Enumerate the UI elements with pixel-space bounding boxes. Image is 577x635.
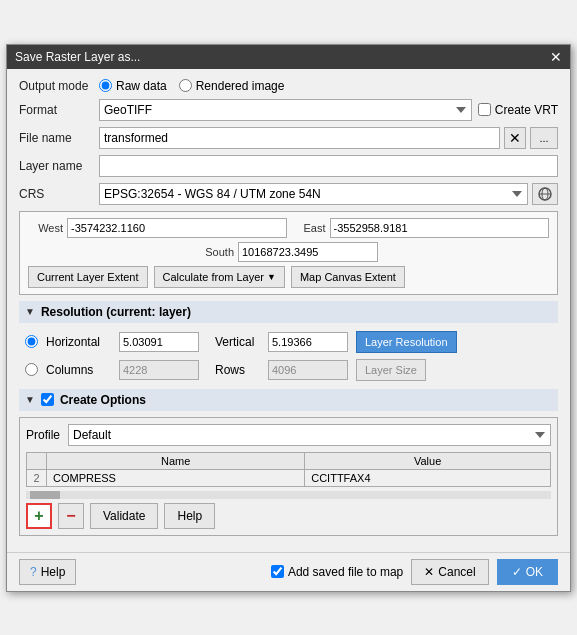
dialog-footer: ? Help Add saved file to map ✕ Cancel ✓ … bbox=[7, 552, 570, 591]
resolution-collapse-arrow: ▼ bbox=[25, 306, 35, 317]
raw-data-label: Raw data bbox=[116, 79, 167, 93]
file-name-label: File name bbox=[19, 131, 99, 145]
format-select[interactable]: GeoTIFF bbox=[99, 99, 472, 121]
horizontal-scrollbar[interactable] bbox=[26, 491, 551, 499]
rendered-radio[interactable] bbox=[179, 79, 192, 92]
horizontal-row: Horizontal Vertical Layer Resolution bbox=[19, 329, 558, 355]
create-options-content: Profile Default Name Value bbox=[19, 417, 558, 536]
close-button[interactable]: ✕ bbox=[550, 50, 562, 64]
table-col-num bbox=[27, 452, 47, 469]
ok-check-icon: ✓ bbox=[512, 565, 522, 579]
east-field: East bbox=[291, 218, 550, 238]
create-vrt-checkbox[interactable] bbox=[478, 103, 491, 116]
resolution-content: Horizontal Vertical Layer Resolution Col… bbox=[19, 329, 558, 383]
profile-row: Profile Default bbox=[26, 424, 551, 446]
map-canvas-extent-button[interactable]: Map Canvas Extent bbox=[291, 266, 405, 288]
output-mode-row: Output mode Raw data Rendered image bbox=[19, 79, 558, 93]
horizontal-input[interactable] bbox=[119, 332, 199, 352]
create-options-wrapper: ▼ Create Options Profile Default bbox=[19, 389, 558, 536]
format-content: GeoTIFF Create VRT bbox=[99, 99, 558, 121]
west-label: West bbox=[28, 222, 63, 234]
layer-resolution-button[interactable]: Layer Resolution bbox=[356, 331, 457, 353]
options-table: Name Value 2 COMPRESS CCITTFAX4 bbox=[26, 452, 551, 487]
crs-select[interactable]: EPSG:32654 - WGS 84 / UTM zone 54N bbox=[99, 183, 528, 205]
vertical-label: Vertical bbox=[215, 335, 260, 349]
table-col-name: Name bbox=[47, 452, 305, 469]
footer-left: ? Help bbox=[19, 559, 76, 585]
layer-size-button[interactable]: Layer Size bbox=[356, 359, 426, 381]
minus-icon: − bbox=[66, 507, 75, 525]
table-col-value: Value bbox=[305, 452, 551, 469]
help-button[interactable]: ? Help bbox=[19, 559, 76, 585]
create-options-checkbox[interactable] bbox=[41, 393, 54, 406]
resolution-section-header[interactable]: ▼ Resolution (current: layer) bbox=[19, 301, 558, 323]
crs-globe-button[interactable] bbox=[532, 183, 558, 205]
file-name-input[interactable] bbox=[99, 127, 500, 149]
rendered-image-option[interactable]: Rendered image bbox=[179, 79, 285, 93]
layer-name-label: Layer name bbox=[19, 159, 99, 173]
south-row: South bbox=[28, 242, 549, 262]
dialog-title: Save Raster Layer as... bbox=[15, 50, 140, 64]
file-name-content: ✕ ... bbox=[99, 127, 558, 149]
layer-name-row: Layer name bbox=[19, 155, 558, 177]
options-help-button[interactable]: Help bbox=[164, 503, 215, 529]
horizontal-radio[interactable] bbox=[25, 335, 38, 348]
raw-data-option[interactable]: Raw data bbox=[99, 79, 167, 93]
layer-name-input[interactable] bbox=[99, 155, 558, 177]
create-options-arrow: ▼ bbox=[25, 394, 35, 405]
ok-button[interactable]: ✓ OK bbox=[497, 559, 558, 585]
help-icon: ? bbox=[30, 565, 37, 579]
create-options-header[interactable]: ▼ Create Options bbox=[19, 389, 558, 411]
south-input[interactable] bbox=[238, 242, 378, 262]
dialog-body: Output mode Raw data Rendered image Form… bbox=[7, 69, 570, 552]
calculate-from-layer-button[interactable]: Calculate from Layer ▼ bbox=[154, 266, 285, 288]
rows-label: Rows bbox=[215, 363, 260, 377]
west-input[interactable] bbox=[67, 218, 287, 238]
rows-input[interactable] bbox=[268, 360, 348, 380]
create-vrt-text: Create VRT bbox=[495, 103, 558, 117]
remove-option-button[interactable]: − bbox=[58, 503, 84, 529]
resolution-section-title: Resolution (current: layer) bbox=[41, 305, 191, 319]
extent-buttons: Current Layer Extent Calculate from Laye… bbox=[28, 266, 549, 288]
rendered-label: Rendered image bbox=[196, 79, 285, 93]
east-input[interactable] bbox=[330, 218, 550, 238]
add-saved-label[interactable]: Add saved file to map bbox=[271, 565, 403, 579]
output-mode-options: Raw data Rendered image bbox=[99, 79, 558, 93]
options-table-container: Name Value 2 COMPRESS CCITTFAX4 bbox=[26, 452, 551, 487]
columns-radio[interactable] bbox=[25, 363, 38, 376]
crs-label: CRS bbox=[19, 187, 99, 201]
h-scrollbar-thumb[interactable] bbox=[30, 491, 60, 499]
add-option-button[interactable]: + bbox=[26, 503, 52, 529]
columns-label: Columns bbox=[46, 363, 111, 377]
file-clear-button[interactable]: ✕ bbox=[504, 127, 526, 149]
create-options-title: Create Options bbox=[60, 393, 146, 407]
raw-data-radio[interactable] bbox=[99, 79, 112, 92]
profile-select[interactable]: Default bbox=[68, 424, 551, 446]
file-name-row: File name ✕ ... bbox=[19, 127, 558, 149]
add-saved-checkbox[interactable] bbox=[271, 565, 284, 578]
horizontal-label: Horizontal bbox=[46, 335, 111, 349]
row-name: COMPRESS bbox=[47, 469, 305, 486]
current-layer-extent-button[interactable]: Current Layer Extent bbox=[28, 266, 148, 288]
columns-input[interactable] bbox=[119, 360, 199, 380]
options-toolbar: + − Validate Help bbox=[26, 503, 551, 529]
file-browse-button[interactable]: ... bbox=[530, 127, 558, 149]
cancel-button[interactable]: ✕ Cancel bbox=[411, 559, 488, 585]
calc-dropdown-arrow: ▼ bbox=[267, 272, 276, 282]
row-value[interactable]: CCITTFAX4 bbox=[305, 469, 551, 486]
row-num: 2 bbox=[27, 469, 47, 486]
title-bar: Save Raster Layer as... ✕ bbox=[7, 45, 570, 69]
west-field: West bbox=[28, 218, 287, 238]
globe-icon bbox=[537, 186, 553, 202]
east-label: East bbox=[291, 222, 326, 234]
layer-name-content bbox=[99, 155, 558, 177]
crs-content: EPSG:32654 - WGS 84 / UTM zone 54N bbox=[99, 183, 558, 205]
vertical-input[interactable] bbox=[268, 332, 348, 352]
create-vrt-label[interactable]: Create VRT bbox=[478, 103, 558, 117]
format-label: Format bbox=[19, 103, 99, 117]
cancel-x-icon: ✕ bbox=[424, 565, 434, 579]
format-row: Format GeoTIFF Create VRT bbox=[19, 99, 558, 121]
validate-button[interactable]: Validate bbox=[90, 503, 158, 529]
south-field: South bbox=[199, 242, 378, 262]
south-label: South bbox=[199, 246, 234, 258]
